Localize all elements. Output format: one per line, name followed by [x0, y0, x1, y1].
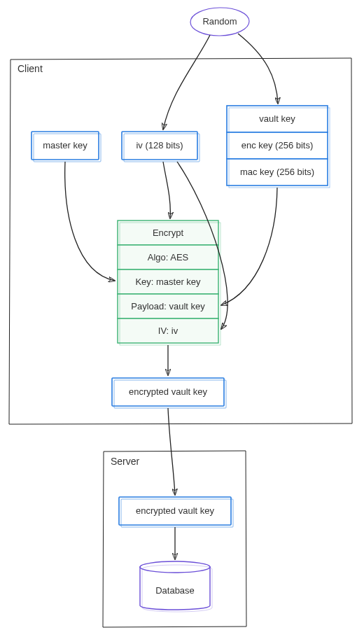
vault-key-header-label: vault key [259, 113, 295, 124]
server-label: Server [111, 456, 140, 467]
client-label: Client [18, 63, 43, 74]
random-label: Random [202, 16, 237, 27]
encrypted-vault-key-server-label: encrypted vault key [136, 505, 215, 516]
encrypted-vault-key-client-label: encrypted vault key [129, 386, 208, 397]
random-node: Random [190, 7, 250, 36]
algo-label: Algo: AES [148, 252, 189, 262]
arrow-masterkey-to-keyrow [65, 162, 115, 281]
encrypted-vault-key-server-node: encrypted vault key [119, 497, 233, 527]
arrow-random-to-vaultkey [238, 34, 278, 104]
master-key-label: master key [43, 140, 88, 150]
svg-point-19 [140, 561, 210, 573]
arrow-vaultkey-to-payload [221, 188, 277, 305]
arrow-iv-to-encrypt [163, 162, 170, 218]
iv-row-label: IV: iv [158, 326, 178, 336]
encrypt-label: Encrypt [153, 227, 183, 238]
database-node: Database [140, 561, 212, 612]
mac-key-label: mac key (256 bits) [240, 167, 314, 177]
encrypted-vault-key-client-node: encrypted vault key [112, 378, 226, 408]
arrow-random-to-iv [163, 35, 210, 130]
master-key-node: master key [31, 132, 101, 162]
iv-label: iv (128 bits) [136, 140, 183, 150]
database-label: Database [155, 585, 195, 596]
enc-key-label: enc key (256 bits) [241, 140, 314, 150]
vault-key-node: vault key enc key (256 bits) mac key (25… [227, 106, 330, 188]
iv-node: iv (128 bits) [122, 132, 200, 162]
key-row-label: Key: master key [135, 276, 201, 287]
payload-row-label: Payload: vault key [131, 301, 205, 312]
encrypt-node: Encrypt Algo: AES Key: master key Payloa… [118, 220, 220, 345]
